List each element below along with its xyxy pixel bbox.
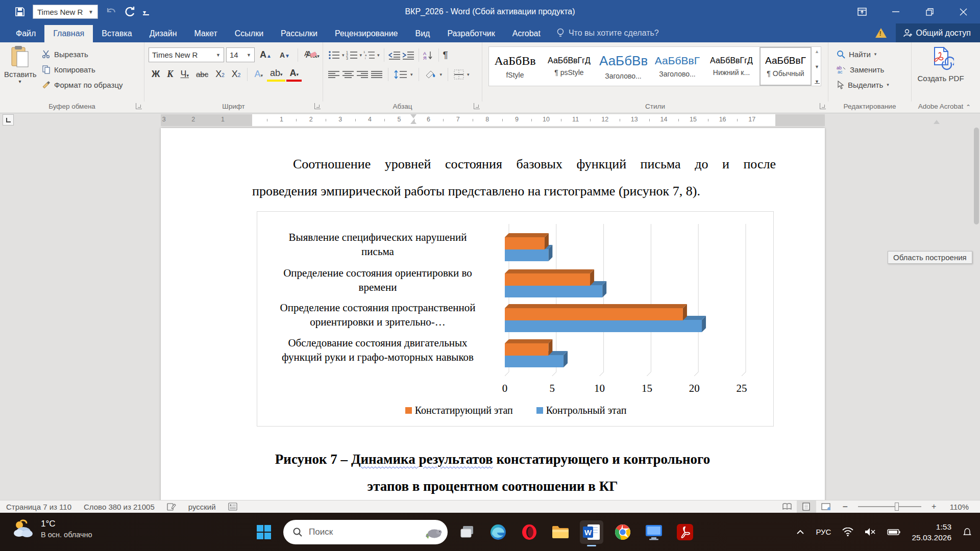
dialog-launcher-icon[interactable] (820, 103, 826, 109)
print-layout-button[interactable] (797, 500, 816, 513)
tab-design[interactable]: Дизайн (141, 25, 186, 42)
vertical-scrollbar[interactable] (974, 115, 979, 497)
style-fstyle[interactable]: АаБбВв fStyle (490, 48, 540, 85)
clock[interactable]: 1:53 25.03.2026 (912, 521, 951, 543)
notification-bell-icon[interactable] (963, 528, 972, 537)
first-line-indent-marker[interactable] (410, 114, 416, 118)
body-paragraph[interactable]: Соотношение уровней состояния базовых фу… (252, 151, 776, 205)
activation-warning-icon[interactable] (875, 28, 887, 38)
tab-mailings[interactable]: Рассылки (272, 25, 326, 42)
styles-gallery-more-icon[interactable]: ▼ (815, 79, 820, 84)
wifi-icon[interactable] (842, 528, 853, 536)
clear-formatting-button[interactable]: А (304, 48, 317, 60)
copy-button[interactable]: Копировать (40, 62, 125, 77)
search-box[interactable]: Поиск (283, 520, 448, 544)
paste-button[interactable]: Вставить ▾ (4, 45, 36, 84)
tab-view[interactable]: Вид (406, 25, 438, 42)
tab-acrobat[interactable]: Acrobat (504, 25, 549, 42)
close-button[interactable] (946, 0, 980, 23)
tray-chevron-icon[interactable] (796, 530, 804, 535)
right-indent-marker[interactable] (934, 120, 940, 124)
highlight-button[interactable]: ab▾ (267, 67, 286, 82)
figure-caption[interactable]: Рисунок 7 – Динамика результатов констат… (212, 446, 773, 500)
font-color-button[interactable]: А▾ (286, 67, 302, 82)
document-page[interactable]: Соотношение уровней состояния базовых фу… (161, 128, 825, 500)
chart[interactable]: Выявление специфических нарушений письма… (257, 211, 774, 427)
save-icon[interactable] (14, 6, 26, 17)
borders-button[interactable] (454, 69, 464, 80)
edge-icon[interactable] (486, 520, 510, 544)
line-spacing-button[interactable] (394, 70, 407, 79)
proofing-icon[interactable] (161, 503, 182, 511)
scrollbar-thumb[interactable] (974, 128, 979, 224)
select-button[interactable]: Выделить▾ (835, 77, 891, 92)
web-layout-button[interactable] (816, 500, 836, 513)
word-count[interactable]: Слово 380 из 21005 (78, 503, 161, 511)
display-app-icon[interactable] (642, 520, 666, 544)
replace-button[interactable]: abac Заменить (835, 62, 891, 77)
align-center-button[interactable] (342, 70, 354, 79)
superscript-button[interactable]: X2 (229, 68, 244, 81)
font-size-box[interactable]: 14▼ (226, 47, 255, 62)
styles-scroll-up-icon[interactable]: ▲ (815, 49, 820, 54)
share-button[interactable]: Общий доступ (896, 23, 980, 42)
zoom-level[interactable]: 110% (944, 503, 980, 511)
bold-button[interactable]: Ж (149, 68, 163, 81)
start-button[interactable] (252, 520, 276, 544)
numbering-button[interactable]: 123 (346, 51, 358, 60)
collapse-ribbon-icon[interactable]: ⌃ (966, 104, 971, 111)
opera-icon[interactable] (518, 520, 541, 544)
sort-button[interactable]: АЯ (423, 51, 434, 60)
volume-muted-icon[interactable] (865, 528, 876, 536)
tell-me-box[interactable]: Что вы хотите сделать? (549, 24, 666, 42)
underline-button[interactable]: Ч▾ (178, 68, 192, 81)
style-normal-selected[interactable]: АаБбВвГ ¶ Обычный (761, 48, 811, 85)
align-right-button[interactable] (357, 70, 368, 79)
redo-icon[interactable] (125, 6, 136, 17)
styles-scroll-down-icon[interactable]: ▼ (815, 64, 820, 69)
tab-layout[interactable]: Макет (186, 25, 226, 42)
justify-button[interactable] (371, 70, 382, 79)
horizontal-ruler[interactable]: 3211234567891011121314151617 (161, 114, 825, 126)
tab-developer[interactable]: Разработчик (438, 25, 503, 42)
font-name-box[interactable]: Times New R▼ (149, 47, 224, 62)
task-view-button[interactable] (455, 520, 479, 544)
find-button[interactable]: Найти▾ (835, 46, 891, 62)
tab-selector[interactable] (3, 114, 14, 126)
tab-insert[interactable]: Вставка (93, 25, 140, 42)
multilevel-list-button[interactable]: 1ai (363, 51, 376, 60)
style-footnote[interactable]: АаБбВвГгД Нижний к... (706, 48, 756, 85)
style-heading1[interactable]: АаБбВв Заголово... (598, 48, 648, 85)
language-indicator[interactable]: русский (182, 503, 222, 511)
minimize-button[interactable] (879, 0, 913, 23)
cut-button[interactable]: Вырезать (40, 46, 125, 62)
acrobat-icon[interactable] (673, 520, 697, 544)
macro-icon[interactable] (222, 503, 243, 511)
file-explorer-icon[interactable] (549, 520, 572, 544)
increase-indent-button[interactable] (402, 51, 414, 60)
show-marks-button[interactable]: ¶ (443, 49, 448, 61)
page-indicator[interactable]: Страница 7 из 110 (0, 503, 78, 511)
style-psstyle[interactable]: АаБбВвГгД ¶ psStyle (544, 48, 594, 85)
format-painter-button[interactable]: Формат по образцу (40, 77, 125, 92)
tab-file[interactable]: Файл (7, 25, 44, 42)
shrink-font-button[interactable]: А▼ (277, 50, 293, 60)
create-pdf-button[interactable]: Создать PDF (912, 45, 970, 83)
read-mode-button[interactable] (777, 500, 797, 513)
weather-widget[interactable]: 1°C В осн. облачно (11, 518, 92, 539)
tab-references[interactable]: Ссылки (226, 25, 272, 42)
bullets-button[interactable] (328, 51, 340, 60)
style-heading2[interactable]: АаБбВвГ Заголово... (652, 48, 702, 85)
word-icon[interactable]: W (580, 520, 603, 544)
shading-button[interactable] (425, 69, 437, 80)
subscript-button[interactable]: X2 (212, 68, 228, 81)
zoom-slider[interactable] (858, 500, 921, 513)
battery-icon[interactable] (887, 529, 900, 536)
align-left-button[interactable] (328, 70, 339, 79)
qat-font-name-box[interactable]: Times New R ▼ (33, 5, 98, 19)
zoom-in-button[interactable]: + (924, 500, 944, 513)
ribbon-display-options-icon[interactable] (845, 0, 879, 23)
italic-button[interactable]: К (164, 68, 176, 81)
restore-button[interactable] (913, 0, 946, 23)
dialog-launcher-icon[interactable] (474, 103, 480, 109)
